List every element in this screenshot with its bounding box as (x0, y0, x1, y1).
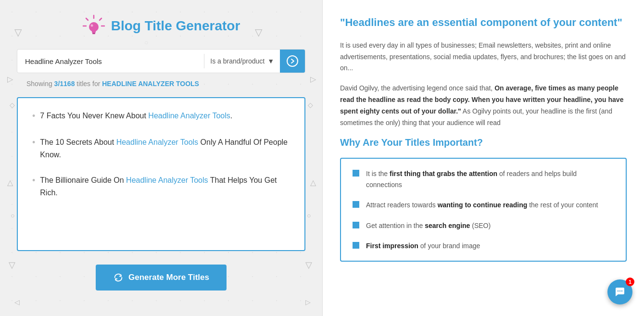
svg-point-9 (287, 56, 298, 66)
keyword-highlight: Headline Analyzer Tools (116, 138, 198, 146)
info-item-2: Attract readers towards wanting to conti… (353, 200, 614, 210)
bold-text: First impression (366, 242, 418, 250)
paragraph2-prefix: David Ogilvy, the advertising legend onc… (340, 84, 494, 92)
arrow-right-icon (287, 55, 298, 67)
info-bullet-icon (353, 201, 359, 208)
header: Blog Title Generator (82, 14, 240, 38)
svg-point-11 (619, 291, 620, 291)
keyword-highlight: Headline Analyzer Tools (126, 176, 208, 184)
svg-line-2 (100, 18, 101, 20)
chat-button[interactable]: 1 (607, 279, 632, 304)
list-item: • The 10 Secrets About Headline Analyzer… (32, 136, 290, 161)
search-bar: Is a brand/product ▼ (17, 49, 305, 73)
search-submit-button[interactable] (280, 50, 305, 73)
svg-point-8 (90, 25, 93, 27)
info-box: It is the first thing that grabs the att… (340, 158, 627, 262)
results-box: • 7 Facts You Never Knew About Headline … (17, 97, 305, 251)
bullet-icon: • (32, 174, 35, 187)
svg-point-12 (621, 291, 622, 291)
info-text-4: First impression of your brand image (366, 240, 480, 251)
info-item-4: First impression of your brand image (353, 240, 614, 251)
generate-button-label: Generate More Titles (128, 273, 209, 282)
search-type-label: Is a brand/product (210, 57, 265, 65)
bullet-icon: • (32, 136, 35, 149)
left-panel: ▽ ▽ ▷ ▷ ◇ ◇ △ △ ○ ○ ▽ ▽ ◁ ▷ ○ ○ (0, 0, 322, 316)
info-bullet-icon (353, 222, 359, 228)
info-bullet-icon (353, 242, 359, 249)
bullet-icon: • (32, 110, 35, 123)
result-text-3: The Billionaire Guide On Headline Analyz… (40, 174, 290, 199)
result-text-2: The 10 Secrets About Headline Analyzer T… (40, 136, 290, 161)
svg-point-5 (89, 22, 99, 32)
info-item-3: Get attention in the search engine (SEO) (353, 220, 614, 231)
chat-icon (614, 286, 626, 298)
chevron-down-icon: ▼ (267, 57, 274, 65)
list-item: • 7 Facts You Never Knew About Headline … (32, 110, 290, 123)
showing-middle: titles for (76, 80, 100, 88)
info-item-1: It is the first thing that grabs the att… (353, 168, 614, 190)
bold-text: first thing that grabs the attention (390, 170, 497, 177)
info-text-3: Get attention in the search engine (SEO) (366, 220, 491, 231)
svg-rect-7 (92, 33, 95, 34)
keyword-highlight: Headline Analyzer Tools (148, 112, 230, 120)
right-panel: "Headlines are an essential component of… (322, 0, 644, 316)
showing-prefix: Showing (26, 80, 52, 88)
info-text-2: Attract readers towards wanting to conti… (366, 200, 598, 210)
chat-badge: 1 (626, 278, 634, 286)
description-paragraph-1: It is used every day in all types of bus… (340, 40, 627, 74)
bold-text: wanting to continue reading (438, 201, 528, 209)
result-text-1: 7 Facts You Never Knew About Headline An… (40, 110, 232, 122)
search-type-selector[interactable]: Is a brand/product ▼ (204, 57, 280, 65)
results-count: 3/1168 (54, 80, 75, 88)
description-paragraph-2: David Ogilvy, the advertising legend onc… (340, 83, 627, 128)
search-input[interactable] (17, 51, 204, 71)
svg-point-10 (618, 291, 619, 291)
section-title: Why Are Your Titles Important? (340, 137, 627, 148)
svg-rect-6 (92, 31, 96, 33)
list-item: • The Billionaire Guide On Headline Anal… (32, 174, 290, 199)
page-title: Blog Title Generator (111, 18, 240, 34)
search-keyword: HEADLINE ANALYZER TOOLS (102, 80, 199, 88)
results-count-label: Showing 3/1168 titles for HEADLINE ANALY… (10, 80, 199, 88)
svg-line-1 (86, 18, 88, 20)
info-bullet-icon (353, 170, 359, 177)
logo-icon (82, 14, 105, 38)
generate-more-button[interactable]: Generate More Titles (96, 265, 227, 291)
info-text-1: It is the first thing that grabs the att… (366, 168, 614, 190)
main-quote: "Headlines are an essential component of… (340, 15, 627, 30)
bold-text: search engine (425, 222, 470, 229)
refresh-icon (113, 272, 124, 283)
